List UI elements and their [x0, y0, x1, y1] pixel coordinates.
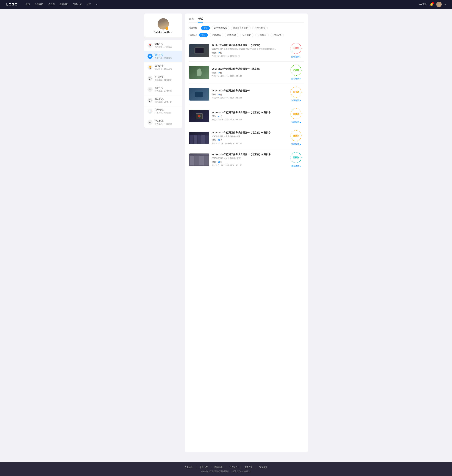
- logo: LOGO: [6, 2, 18, 7]
- exam-status-area: 待批阅 查看详情 ▶: [288, 109, 304, 124]
- navbar-right: APP下载 🔔 1 ▾: [419, 2, 446, 7]
- exam-item: 2017–2018年行测证件考试全国统一（北京卷）付费批卷 2018年行测考试是…: [189, 127, 304, 149]
- footer-copyright: Copyright© 云朵商学院 版权所有 京ICP备17051340号–1: [6, 470, 446, 473]
- question-bank-text: 题库中心 海量习题，助力通关: [155, 54, 172, 59]
- sidebar-item-certificate[interactable]: 🏆 证书荣誉 收获荣誉，持证上岗: [144, 62, 182, 73]
- exam-detail-link[interactable]: 查看详情 ▶: [291, 77, 301, 80]
- username: Natalie Smith ✏: [147, 31, 179, 34]
- status-filter-all[interactable]: 全部: [199, 33, 208, 37]
- orders-icon: 📄: [147, 109, 153, 114]
- exam-detail-link[interactable]: 查看详情 ▶: [291, 99, 301, 102]
- tab-exam[interactable]: 考试: [198, 17, 203, 22]
- nav-home[interactable]: 首页: [26, 3, 30, 6]
- exam-score: 得分：25分: [212, 161, 286, 163]
- profile-avatar: 🏅: [158, 18, 169, 29]
- account-title: 账户中心: [155, 86, 172, 89]
- exam-detail-link[interactable]: 查看详情 ▶: [291, 165, 301, 167]
- avatar-image: [436, 2, 442, 7]
- status-filter-failed[interactable]: 未通过(2): [225, 33, 238, 37]
- footer-link-partners[interactable]: 合作伙伴: [229, 466, 238, 469]
- messages-icon: 💬: [147, 98, 153, 103]
- question-bank-icon: ☰: [147, 54, 153, 59]
- messages-text: 我的消息 消息通知、及时了解: [155, 97, 172, 103]
- nav-qa[interactable]: 问答社区: [73, 3, 82, 6]
- exam-score: 得分：99分: [212, 71, 286, 74]
- sidebar-item-orders[interactable]: 📄 订单管理 订单支出、明明白白: [144, 106, 182, 117]
- exam-info: 2017–2018年行测证件考试全国统一（北京卷）付费批卷 2018年行测考试是…: [212, 153, 286, 167]
- certificate-icon: 🏆: [147, 65, 153, 70]
- user-dropdown-icon[interactable]: ▾: [445, 3, 446, 6]
- exam-score: 得分：25分: [212, 115, 286, 118]
- footer-links: 关于我们 | 加盟代理 | 网站地图 | 合作伙伴 | 免责声明 | 招贤纳士: [6, 466, 446, 469]
- exam-title: 2017–2018年行测证件考试全国统一（北京卷）: [212, 67, 286, 70]
- exam-detail-link[interactable]: 查看详情 ▶: [291, 121, 301, 124]
- nav-discover[interactable]: 发现课程: [35, 3, 43, 6]
- exam-thumbnail: [189, 44, 209, 57]
- exam-status-area: 待批阅 查看详情 ▶: [288, 130, 304, 146]
- exam-status-badge: 待批阅: [291, 109, 301, 119]
- exam-time: 考试时间：2019–05–03 10：09：09: [212, 75, 286, 77]
- exam-title: 2017–2018年行测证件考试全国统一（北京卷）付费批卷: [212, 131, 286, 134]
- course-center-icon: 📅: [147, 43, 153, 48]
- settings-subtitle: 个人信息、一键管理: [155, 122, 172, 125]
- user-avatar[interactable]: [436, 2, 442, 7]
- footer-link-sitemap[interactable]: 网站地图: [214, 466, 223, 469]
- exam-item: 2017–2018年行测证件考试全国统一（北京卷） 得分：99分 考试时间：20…: [189, 61, 304, 83]
- exam-status-area: 已通过 查看详情 ▶: [288, 65, 304, 80]
- sidebar-item-settings[interactable]: ⚙ 个人设置 个人信息、一键管理: [144, 117, 182, 128]
- exam-status-badge: 已批阅: [291, 152, 301, 163]
- exam-thumbnail: [189, 110, 209, 122]
- course-center-text: 课程中心 精彩课程，不容错过: [155, 42, 172, 48]
- status-filter-passed[interactable]: 已通过(2): [210, 33, 223, 37]
- exam-item: 2017–2018年行测证件考试全国统一（北京卷） 2018年行测考试是最值得多…: [189, 40, 304, 61]
- type-filter-random[interactable]: 随机抽题考试(5): [231, 26, 251, 30]
- footer-link-franchise[interactable]: 加盟代理: [199, 466, 208, 469]
- nav-questionbank[interactable]: 题库: [86, 3, 91, 6]
- exam-status-area: 已批阅 查看详情 ▶: [288, 152, 304, 167]
- account-icon: ♡: [147, 87, 153, 92]
- app-download-button[interactable]: APP下载: [419, 3, 426, 6]
- exam-status-badge: 待批阅: [291, 130, 301, 141]
- exam-info: 2017–2018年行测证件考试全国统一（北京卷） 得分：99分 考试时间：20…: [212, 67, 286, 77]
- nav-opencourse[interactable]: 公开课: [48, 3, 55, 6]
- exam-title: 2017–2018年行测证件考试全国统一（北京卷）付费批卷: [212, 111, 286, 114]
- exam-time: 考试时间：2019–05–03 10：09：09: [212, 164, 286, 167]
- sidebar-item-account[interactable]: ♡ 账户中心 个人权益、实时掌握: [144, 84, 182, 95]
- exam-thumbnail: [189, 88, 209, 101]
- exam-detail-link[interactable]: 查看详情 ▶: [291, 143, 301, 146]
- exam-status-area: 未通过 查看详情 ▶: [288, 43, 304, 58]
- tab-questionbank[interactable]: 题库: [189, 17, 194, 22]
- notification-bell[interactable]: 🔔 1: [430, 3, 433, 6]
- exam-detail-link[interactable]: 查看详情 ▶: [291, 55, 301, 58]
- nav-news[interactable]: 新闻资讯: [60, 3, 68, 6]
- status-filter-pending-review[interactable]: 待批阅(2): [255, 33, 269, 37]
- exam-title: 2017–2018年行测证件考试全国统一（北京卷）: [212, 44, 286, 47]
- status-filter-row: 考试状态 全部 已通过(2) 未通过(2) 待考试(2) 待批阅(2) 已批阅(…: [189, 33, 304, 37]
- exam-time: 考试时间：2019–05–03 10：09：09: [212, 97, 286, 99]
- type-filter-paid[interactable]: 付费批卷(6): [252, 26, 268, 30]
- type-filter-all[interactable]: 全部: [201, 26, 210, 30]
- sidebar-item-qa[interactable]: 💬 学习问答 课后重温、疑难解答: [144, 73, 182, 84]
- exam-thumbnail: [189, 154, 209, 166]
- exam-item: 2017–2018年行测证件考试全国统一 得分：99分 考试时间：2019–05…: [189, 83, 304, 105]
- nav-more[interactable]: ···: [96, 3, 98, 6]
- footer-link-about[interactable]: 关于我们: [184, 466, 193, 469]
- sidebar-item-question-bank[interactable]: ☰ 题库中心 海量习题，助力通关: [144, 51, 182, 62]
- sidebar-item-messages[interactable]: 💬 我的消息 消息通知、及时了解: [144, 95, 182, 106]
- certificate-text: 证书荣誉 收获荣誉，持证上岗: [155, 64, 172, 70]
- edit-profile-icon[interactable]: ✏: [171, 31, 173, 33]
- footer-link-disclaimer[interactable]: 免责声明: [244, 466, 253, 469]
- status-filter-reviewed[interactable]: 已批阅(2): [271, 33, 284, 37]
- type-filter-certificate[interactable]: 证书类考试(4): [212, 26, 229, 30]
- status-filter-pending-exam[interactable]: 待考试(2): [240, 33, 253, 37]
- qa-icon: 💬: [147, 76, 153, 81]
- sidebar-item-course-center[interactable]: 📅 课程中心 精彩课程，不容错过: [144, 40, 182, 51]
- exam-item: 2017–2018年行测证件考试全国统一（北京卷）付费批卷 2018年行测考试是…: [189, 149, 304, 171]
- exam-title: 2017–2018年行测证件考试全国统一: [212, 89, 286, 92]
- qa-title: 学习问答: [155, 75, 172, 78]
- orders-text: 订单管理 订单支出、明明白白: [155, 109, 172, 114]
- footer-link-jobs[interactable]: 招贤纳士: [259, 466, 268, 469]
- exam-thumbnail: [189, 66, 209, 79]
- course-center-subtitle: 精彩课程，不容错过: [155, 46, 172, 48]
- account-subtitle: 个人权益、实时掌握: [155, 89, 172, 92]
